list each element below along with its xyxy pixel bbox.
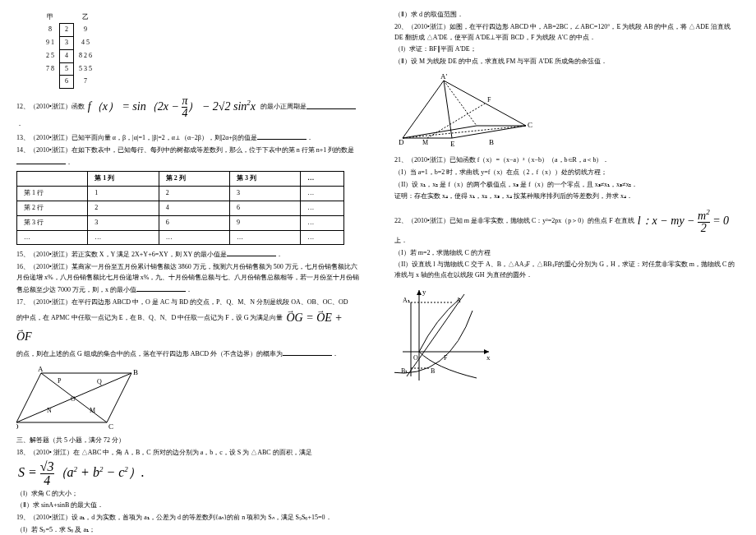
svg-text:P: P [58, 377, 62, 385]
q17: 17、（2010•浙江）在平行四边形 ABCD 中，O 是 AC 与 BD 的交… [16, 297, 362, 308]
q17c: 的点，则在上述的点 G 组成的集合中的点，落在平行四边形 ABCD 外（不含边界… [16, 348, 362, 360]
q19-1: （Ⅰ）若 S₅=5．求 S₆ 及 a₁； [16, 525, 362, 535]
svg-text:B: B [133, 368, 138, 376]
q21: 21、（2010•浙江）已知函数 f（x）=（x−a）²（x−b）（a，b∈R，… [394, 155, 740, 166]
section3: 三、解答题（共 5 小题，满分 72 分） [16, 436, 362, 446]
svg-text:M: M [422, 139, 428, 146]
svg-text:E: E [450, 140, 455, 148]
svg-text:N: N [47, 407, 52, 414]
q14: 14、（2010•浙江）在如下数表中，已知每行、每列中的树都成等差数列，那么，位… [16, 145, 362, 168]
q19: 19、（2010•浙江）设 a₁，d 为实数，首项为 a₁，公差为 d 的等差数… [16, 513, 362, 523]
svg-line-14 [444, 81, 452, 138]
svg-text:Q: Q [97, 378, 102, 385]
q16: 16、（2010•浙江）某商家一月份至五月份累计销售额达 3860 万元，预测六… [16, 262, 362, 295]
svg-text:D: D [399, 138, 404, 146]
svg-text:O: O [71, 395, 76, 403]
svg-text:A₁: A₁ [403, 297, 410, 304]
q20-2: （Ⅱ）设 M 为线段 DE 的中点，求直线 FM 与平面 A'DE 所成角的余弦… [394, 57, 740, 67]
q18-formula: S = √34（a2 + b2 − c2）. [16, 460, 362, 487]
q20: 20、（2010•浙江）如图，在平行四边形 ABCD 中，AB=2BC，∠ABC… [394, 22, 740, 44]
svg-text:D: D [16, 422, 19, 431]
q17b: 的中点，在 APMC 中任取一点记为 E，在 B、Q、N、D 中任取一点记为 F… [16, 309, 362, 346]
q22: 22、（2010•浙江）已知 m 是非零实数，抛物线 C：y²=2px（p＞0）… [394, 209, 740, 234]
q18-1: （Ⅰ）求角 C 的大小； [16, 489, 362, 500]
svg-text:A: A [38, 365, 44, 373]
svg-text:M: M [90, 407, 95, 414]
svg-text:C: C [108, 422, 113, 431]
q12: 12、（2010•浙江）函数 f（x） = sin（2x − π4） − 2√2… [16, 95, 362, 130]
svg-marker-29 [417, 290, 422, 295]
stem-leaf-table: 甲乙 829 9 134 5 2 548 2 6 7 855 3 5 67 [41, 12, 97, 89]
svg-text:x: x [486, 353, 491, 362]
svg-text:F: F [444, 354, 448, 362]
q21-3: 证明：存在实数 x₄，使得 x₁，x₂，x₃，x₄ 按某种顺序排列后的等差数列，… [394, 191, 740, 202]
svg-text:A': A' [440, 72, 447, 81]
svg-text:O: O [413, 354, 418, 362]
fold-diagram: A' D E C B F M [394, 72, 740, 150]
q15: 15、（2010•浙江）若正实数 X，Y 满足 2X+Y+6=XY，则 XY 的… [16, 248, 362, 261]
q21-2: （II）设 x₁，x₂ 是 f（x）的两个极值点，x₃ 是 f（x）的一个零点，… [394, 180, 740, 191]
parabola-diagram: y x O F A A₁ B B₁ [394, 286, 740, 385]
svg-line-16 [444, 81, 477, 126]
svg-text:B: B [431, 367, 435, 375]
svg-line-15 [444, 81, 526, 126]
sequence-table: 第 1 列第 2 列第 3 列… 第 1 行123… 第 2 行246… 第 3… [16, 171, 344, 245]
svg-text:y: y [422, 288, 426, 296]
q18-2: （Ⅱ）求 sinA+sinB 的最大值． [16, 500, 362, 511]
q19-2: （Ⅱ）求 d 的取值范围． [394, 10, 740, 21]
svg-line-13 [403, 81, 444, 138]
q13: 13、（2010•浙江）已知平面向量 α，β，|α|=1，|β|=2，α⊥（α−… [16, 131, 362, 144]
q20-1: （Ⅰ）求证：BF∥平面 A'DE； [394, 44, 740, 55]
q22-2: （II）设直线 l 与抛物线 C 交于 A、B，△AA₂F，△BB₁F的重心分别… [394, 260, 740, 281]
parallelogram-diagram: A B C D P Q M N O [16, 365, 362, 431]
q18: 18、（2010• 浙江）在 △ABC 中，角 A，B，C 所对的边分别为 a，… [16, 448, 362, 459]
svg-text:B₁: B₁ [401, 367, 408, 375]
q21-1: （I）当 a=1，b=2 时，求曲线 y=f（x）在点（2，f（x））处的切线方… [394, 168, 740, 178]
svg-text:B: B [489, 138, 494, 146]
q22-1: （I）若 m=2，求抛物线 C 的方程 [394, 248, 740, 259]
q22-post: 上． [394, 236, 740, 247]
svg-text:A: A [456, 297, 461, 304]
svg-text:F: F [487, 96, 491, 104]
svg-text:C: C [528, 121, 532, 129]
